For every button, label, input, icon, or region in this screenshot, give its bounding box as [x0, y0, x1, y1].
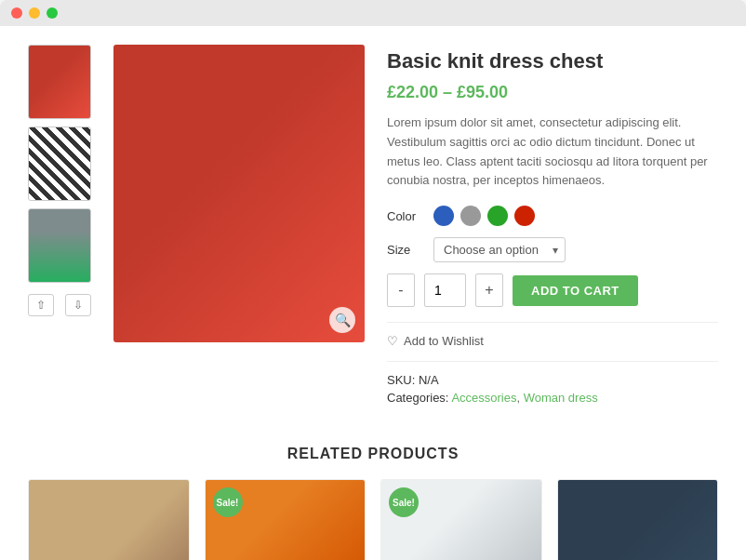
related-products-grid: Basic contrast sneakers £12.00 Sale! Des…	[28, 479, 718, 560]
thumb-nav: ⇧ ⇩	[28, 294, 91, 316]
product-info: Basic knit dress chest £22.00 – £95.00 L…	[387, 45, 718, 408]
thumbnail-column: ⇧ ⇩	[28, 45, 91, 408]
app-window: ⇧ ⇩ 🔍 Basic knit dress chest £22.00 – £9…	[0, 0, 746, 560]
main-product-image: 🔍	[113, 45, 365, 342]
quantity-increase-button[interactable]: +	[475, 273, 503, 307]
product-price: £22.00 – £95.00	[387, 83, 718, 102]
related-card-1-image	[29, 480, 189, 560]
category-woman-dress[interactable]: Woman dress	[524, 391, 598, 405]
divider-2	[387, 361, 718, 362]
color-swatches	[433, 206, 535, 226]
prev-thumbnail-button[interactable]: ⇧	[28, 294, 54, 316]
sale-badge-3: Sale!	[389, 487, 419, 517]
related-card-2-image: Sale!	[206, 480, 366, 560]
related-card-2[interactable]: Sale! Designer Suit Collection £68.00 £6…	[205, 479, 366, 560]
related-card-4-image	[558, 480, 718, 560]
sku-value: N/A	[419, 373, 439, 387]
quantity-decrease-button[interactable]: -	[387, 273, 415, 307]
thumbnail-3[interactable]	[28, 208, 91, 283]
product-section: ⇧ ⇩ 🔍 Basic knit dress chest £22.00 – £9…	[28, 45, 718, 408]
wishlist-heart-icon: ♡	[387, 334, 398, 348]
category-accessories[interactable]: Accessories	[451, 391, 516, 405]
close-dot[interactable]	[11, 7, 22, 19]
color-swatch-red[interactable]	[514, 206, 535, 226]
wishlist-label: Add to Wishlist	[404, 334, 484, 348]
color-swatch-blue[interactable]	[433, 206, 454, 226]
related-section: RELATED PRODUCTS Basic contrast sneakers…	[28, 436, 718, 560]
thumbnail-2[interactable]	[28, 127, 91, 201]
maximize-dot[interactable]	[47, 7, 58, 19]
page-content: ⇧ ⇩ 🔍 Basic knit dress chest £22.00 – £9…	[0, 26, 746, 560]
product-description: Lorem ipsum dolor sit amet, consectetur …	[387, 113, 718, 191]
categories-label: Categories:	[387, 391, 448, 405]
categories-row: Categories: Accessories, Woman dress	[387, 391, 718, 405]
minimize-dot[interactable]	[29, 7, 40, 19]
next-thumbnail-button[interactable]: ⇩	[65, 294, 91, 316]
add-to-cart-button[interactable]: ADD TO CART	[513, 275, 638, 306]
related-card-4[interactable]: Best Shoes £68.00	[557, 479, 719, 560]
quantity-row: - + ADD TO CART	[387, 273, 718, 307]
divider-1	[387, 322, 718, 323]
thumbnail-1[interactable]	[28, 45, 91, 119]
wishlist-row[interactable]: ♡ Add to Wishlist	[387, 334, 718, 348]
related-card-1[interactable]: Basic contrast sneakers £12.00	[28, 479, 190, 560]
color-row: Color	[387, 206, 718, 226]
size-select[interactable]: Choose an option Small Medium Large X-La…	[433, 237, 566, 262]
color-swatch-gray[interactable]	[460, 206, 481, 226]
sku-label: SKU:	[387, 373, 415, 387]
related-card-3[interactable]: Sale! Women Kurti design £18.00 £16.00	[380, 479, 542, 560]
zoom-icon[interactable]: 🔍	[329, 307, 355, 333]
related-card-3-image: Sale!	[381, 480, 541, 560]
related-title: RELATED PRODUCTS	[28, 446, 718, 462]
color-swatch-green[interactable]	[487, 206, 508, 226]
titlebar	[0, 0, 746, 26]
size-select-wrapper: Choose an option Small Medium Large X-La…	[433, 237, 566, 262]
size-row: Size Choose an option Small Medium Large…	[387, 237, 718, 262]
product-title: Basic knit dress chest	[387, 49, 718, 73]
sku-row: SKU: N/A	[387, 373, 718, 387]
quantity-input[interactable]	[424, 273, 466, 307]
color-label: Color	[387, 209, 422, 223]
sale-badge-2: Sale!	[213, 487, 243, 517]
size-label: Size	[387, 243, 422, 257]
